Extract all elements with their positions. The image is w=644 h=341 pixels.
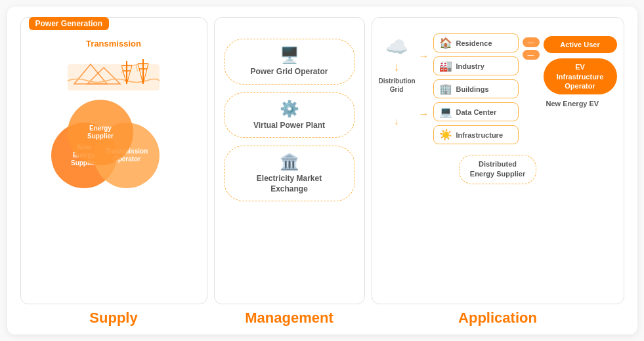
infrastructure-label: Infrastructure: [456, 131, 504, 139]
main-content: Power Generation Transmission: [20, 17, 624, 304]
electricity-market-icon: 🏛️: [280, 153, 299, 171]
distribution-cloud-icon: ☁️: [385, 36, 408, 58]
diagram-container: Power Generation Transmission: [7, 7, 637, 334]
electricity-market-card: 🏛️ Electricity MarketExchange: [224, 146, 355, 201]
buildings-item: 🏢 Buildings: [433, 79, 519, 98]
down-arrow2-icon: ↓: [395, 116, 399, 127]
right-arrow1-icon: →: [419, 50, 429, 62]
mini-pill1: — —: [523, 37, 540, 60]
supply-top-label: Power Generation: [29, 17, 110, 30]
residence-label: Residence: [456, 39, 492, 47]
virtual-power-plant-card: ⚙️ Virtual Power Plant: [224, 92, 355, 138]
grid-items-col: 🏠 Residence 🏭 Industry 🏢 Buildings 💻 Dat…: [433, 33, 519, 144]
management-panel: 🖥️ Power Grid Operator ⚙️ Virtual Power …: [214, 17, 365, 304]
supply-panel: Power Generation Transmission: [20, 17, 207, 304]
data-center-item: 💻 Data Center: [433, 102, 519, 121]
distribution-grid-col: ☁️ ↓ Distribution Grid ↓: [379, 31, 415, 127]
application-footer-label: Application: [372, 310, 624, 327]
industry-item: 🏭 Industry: [433, 56, 519, 75]
new-energy-ev-label: New Energy EV: [546, 100, 617, 108]
power-grid-icon: 🖥️: [280, 46, 299, 64]
residence-icon: 🏠: [439, 37, 452, 49]
buildings-label: Buildings: [456, 85, 489, 93]
distributed-energy-box: DistributedEnergy Supplier: [459, 155, 536, 184]
right-panel-col: Active User EV InfrastructureOperator Ne…: [544, 31, 617, 108]
industry-icon: 🏭: [439, 60, 452, 72]
venn-diagram: EnergySupplier NewEnergySupplier Transmi…: [48, 100, 179, 185]
infrastructure-icon: ☀️: [439, 129, 452, 141]
infrastructure-item: ☀️ Infrastructure: [433, 125, 519, 144]
arrows-col: → →: [419, 31, 429, 120]
data-center-label: Data Center: [456, 108, 497, 116]
power-grid-label: Power Grid Operator: [250, 67, 328, 77]
transmission-illustration: [68, 51, 160, 90]
right-arrow2-icon: →: [419, 108, 429, 120]
data-center-icon: 💻: [439, 106, 452, 118]
supply-footer-label: Supply: [20, 310, 207, 327]
industry-label: Industry: [456, 62, 484, 70]
footer: Supply Management Application: [20, 310, 624, 327]
power-grid-operator-card: 🖥️ Power Grid Operator: [224, 39, 355, 85]
residence-item: 🏠 Residence: [433, 33, 519, 52]
buildings-icon: 🏢: [439, 83, 452, 95]
electricity-market-label: Electricity MarketExchange: [257, 174, 322, 194]
management-footer-label: Management: [214, 310, 365, 327]
distributed-energy-row: DistributedEnergy Supplier: [459, 148, 536, 184]
management-items: 🖥️ Power Grid Operator ⚙️ Virtual Power …: [221, 39, 358, 201]
down-arrow-icon: ↓: [394, 60, 400, 74]
right-arrows-col: — —: [523, 31, 540, 60]
virtual-power-label: Virtual Power Plant: [253, 121, 325, 131]
transmission-title: Transmission: [86, 39, 141, 49]
active-user-badge: Active User: [544, 36, 617, 53]
distribution-grid-label: Distribution Grid: [379, 77, 415, 94]
application-panel: ☁️ ↓ Distribution Grid ↓ → → 🏠 Resi: [372, 17, 624, 304]
virtual-power-icon: ⚙️: [280, 100, 299, 118]
ev-infrastructure-badge: EV InfrastructureOperator: [544, 58, 617, 94]
energy-supplier-circle: EnergySupplier: [68, 100, 133, 165]
application-main: ☁️ ↓ Distribution Grid ↓ → → 🏠 Resi: [379, 31, 617, 144]
